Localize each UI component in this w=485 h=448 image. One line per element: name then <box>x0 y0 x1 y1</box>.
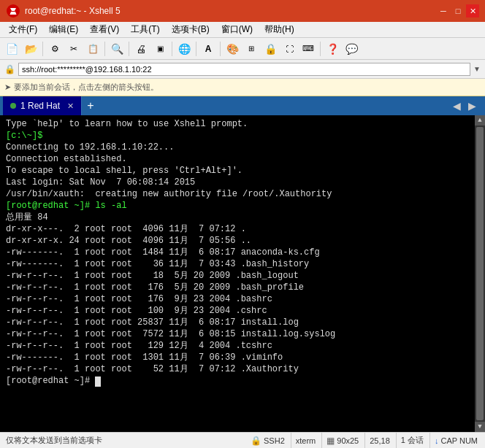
status-caps-label: CAP NUM <box>440 436 478 445</box>
lock-icon: 🔒 <box>4 64 15 74</box>
maximize-button[interactable]: □ <box>451 4 465 18</box>
terminal[interactable]: Type `help' to learn how to use Xshell p… <box>0 115 485 432</box>
terminal-line-10: 总用量 84 <box>6 212 479 223</box>
tab-status-dot <box>10 103 16 109</box>
terminal-line-12: dr-xr-xr-x. 24 root root 4096 11月 7 05:5… <box>6 235 479 247</box>
close-button[interactable]: ✕ <box>466 4 479 18</box>
menu-tools[interactable]: 工具(T) <box>125 22 165 37</box>
ssh-icon: 🔒 <box>251 436 261 446</box>
tip-arrow-icon: ➤ <box>4 82 11 92</box>
terminal-line-17: -rw-r--r--. 1 root root 176 9月 23 2004 .… <box>6 293 479 305</box>
terminal-size-icon: ▦ <box>326 436 335 446</box>
paste-button[interactable]: ✂ <box>65 40 83 58</box>
copy-button[interactable]: ⚙ <box>46 40 64 58</box>
scroll-down-button[interactable]: ▼ <box>475 422 485 432</box>
app-logo <box>6 4 20 18</box>
globe-button[interactable]: 🌐 <box>175 40 193 58</box>
terminal-line-9: [root@redhat ~]# ls -al <box>6 200 479 212</box>
address-bar: 🔒 ▼ <box>0 60 485 79</box>
terminal-scrollbar[interactable]: ▲ ▼ <box>475 115 485 432</box>
terminal-line-22: -rw-------. 1 root root 1301 11月 7 06:39… <box>6 352 479 363</box>
open-button[interactable]: 📂 <box>22 40 39 58</box>
help-button[interactable]: ❓ <box>324 40 341 58</box>
terminal-line-4: Connection established. <box>6 153 479 165</box>
tab-1-redhat[interactable]: 1 Red Hat ✕ <box>3 96 82 115</box>
menu-window[interactable]: 窗口(W) <box>215 22 259 37</box>
toolbar: 📄 📂 ⚙ ✂ 📋 🔍 🖨 ▣ 🌐 A 🎨 ⊞ 🔒 ⛶ ⌨ ❓ 💬 <box>0 38 485 60</box>
font-button[interactable]: A <box>199 40 217 58</box>
toolbar-separator-6 <box>220 42 221 56</box>
tip-text: 要添加当前会话，点击左侧的箭头按钮。 <box>14 82 159 93</box>
script-button[interactable]: ⊞ <box>242 40 260 58</box>
terminal-line-0: Type `help' to learn how to use Xshell p… <box>6 118 479 130</box>
status-dimensions-label: 90x25 <box>337 436 359 445</box>
tab-bar: 1 Red Hat ✕ + ◀ ▶ <box>0 96 485 115</box>
title-bar: root@redhat:~ - Xshell 5 ─ □ ✕ <box>0 0 485 22</box>
toolbar-btn4[interactable]: ▣ <box>151 40 169 58</box>
scroll-thumb[interactable] <box>476 127 484 420</box>
new-session-button[interactable]: 📄 <box>3 40 20 58</box>
kbd-button[interactable]: ⌨ <box>299 40 317 58</box>
address-dropdown-button[interactable]: ▼ <box>473 65 481 73</box>
status-bar: 仅将文本发送到当前选项卡 🔒 SSH2 xterm ▦ 90x25 25,18 … <box>0 432 485 448</box>
chat-button[interactable]: 💬 <box>343 40 360 58</box>
toolbar-separator-4 <box>172 42 172 56</box>
tip-bar: ➤ 要添加当前会话，点击左侧的箭头按钮。 <box>0 79 485 96</box>
menu-help[interactable]: 帮助(H) <box>259 22 300 37</box>
scroll-up-button[interactable]: ▲ <box>475 115 485 125</box>
terminal-line-8: /usr/bin/xauth: creating new authority f… <box>6 188 479 200</box>
terminal-line-3: Connecting to 192.168.1.10:22... <box>6 142 479 153</box>
status-ssh-label: SSH2 <box>264 436 285 445</box>
status-xterm-label: xterm <box>296 436 316 445</box>
find-button[interactable]: 🔍 <box>108 40 126 58</box>
terminal-line-7: Last login: Sat Nov 7 06:08:14 2015 <box>6 177 479 188</box>
menu-tabs[interactable]: 选项卡(B) <box>166 22 215 37</box>
tab-prev-button[interactable]: ◀ <box>450 100 464 112</box>
terminal-line-5: To escape to local shell, press 'Ctrl+Al… <box>6 165 479 177</box>
terminal-line-15: -rw-r--r--. 1 root root 18 5月 20 2009 .b… <box>6 270 479 282</box>
toolbar-separator-3 <box>129 42 129 56</box>
terminal-line-14: -rw-------. 1 root root 36 11月 7 03:43 .… <box>6 258 479 270</box>
terminal-line-18: -rw-r--r--. 1 root root 100 9月 23 2004 .… <box>6 305 479 317</box>
status-position: 25,18 <box>364 433 394 449</box>
color-button[interactable]: 🎨 <box>224 40 241 58</box>
terminal-line-1: [c:\~]$ <box>6 130 479 142</box>
fullscreen-button[interactable]: ⛶ <box>280 40 298 58</box>
status-ssh: 🔒 SSH2 <box>246 433 289 449</box>
status-sessions: 1 会话 <box>396 433 428 449</box>
menu-file[interactable]: 文件(F) <box>3 22 43 37</box>
toolbar-btn3[interactable]: 📋 <box>84 40 102 58</box>
window-controls: ─ □ ✕ <box>437 4 479 18</box>
terminal-line-21: -rw-r--r--. 1 root root 129 12月 4 2004 .… <box>6 340 479 352</box>
toolbar-separator-5 <box>196 42 196 56</box>
status-items: 🔒 SSH2 xterm ▦ 90x25 25,18 1 会话 ↓ CAP NU… <box>246 433 482 449</box>
menu-edit[interactable]: 编辑(E) <box>43 22 84 37</box>
tab-add-button[interactable]: + <box>82 96 99 115</box>
menu-view[interactable]: 查看(V) <box>84 22 125 37</box>
tab-nav: ◀ ▶ <box>450 96 482 115</box>
terminal-line-11: dr-xr-x---. 2 root root 4096 11月 7 07:12… <box>6 223 479 235</box>
tab-next-button[interactable]: ▶ <box>465 100 479 112</box>
status-dimensions: ▦ 90x25 <box>321 433 363 449</box>
terminal-line-20: -rw-r--r--. 1 root root 7572 11月 6 08:15… <box>6 328 479 340</box>
terminal-line-23: -rw-r--r--. 1 root root 52 11月 7 07:12 .… <box>6 363 479 375</box>
terminal-line-13: -rw-------. 1 root root 1484 11月 6 08:17… <box>6 247 479 258</box>
toolbar-separator-1 <box>42 42 43 56</box>
terminal-line-24: [root@redhat ~]# <box>6 375 479 387</box>
toolbar-separator-2 <box>104 42 105 56</box>
status-sessions-label: 1 会话 <box>401 435 424 446</box>
tab-1-close-button[interactable]: ✕ <box>67 101 74 111</box>
terminal-line-19: -rw-r--r--. 1 root root 25837 11月 6 08:1… <box>6 317 479 328</box>
terminal-cursor <box>95 376 101 387</box>
toolbar-separator-7 <box>320 42 321 56</box>
print-button[interactable]: 🖨 <box>132 40 150 58</box>
lock-button[interactable]: 🔒 <box>261 40 279 58</box>
status-xterm: xterm <box>291 433 321 449</box>
address-input[interactable] <box>18 63 470 76</box>
status-caps: ↓ CAP NUM <box>429 433 482 449</box>
download-icon: ↓ <box>435 436 439 445</box>
menu-bar: 文件(F) 编辑(E) 查看(V) 工具(T) 选项卡(B) 窗口(W) 帮助(… <box>0 22 485 38</box>
minimize-button[interactable]: ─ <box>437 4 450 18</box>
title-text: root@redhat:~ - Xshell 5 <box>25 6 437 16</box>
terminal-line-16: -rw-r--r--. 1 root root 176 5月 20 2009 .… <box>6 282 479 293</box>
